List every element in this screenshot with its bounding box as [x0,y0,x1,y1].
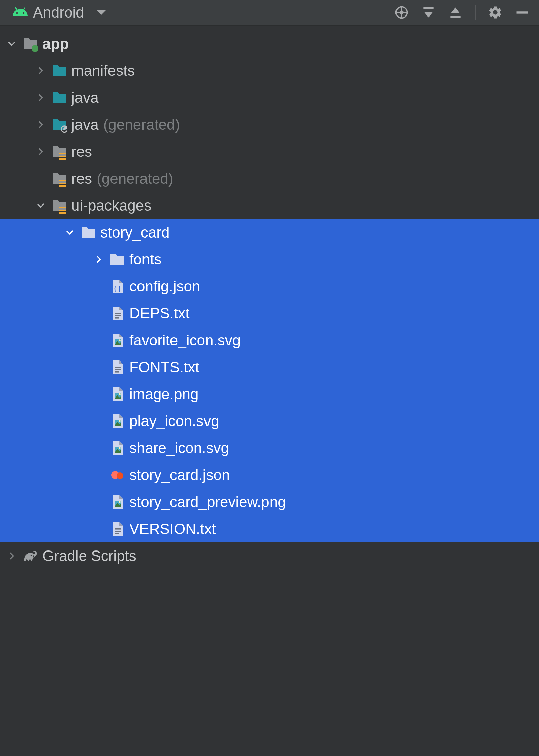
tree-row[interactable]: fonts [0,246,539,273]
chevron-right-icon[interactable] [34,147,48,156]
svg-rect-47 [115,531,121,532]
img-icon [109,494,125,510]
folder-sel-icon [80,224,96,241]
tree-row[interactable]: ui-packages [0,192,539,219]
chevron-down-icon[interactable] [5,39,19,49]
svg-point-9 [32,45,38,52]
project-tree[interactable]: appmanifestsjavajava(generated)resres(ge… [0,26,539,569]
tree-row[interactable]: Gradle Scripts [0,542,539,569]
tree-row[interactable]: res(generated) [0,165,539,192]
tree-item-label: share_icon.svg [129,441,229,455]
svg-point-37 [119,420,121,422]
tree-row[interactable]: res [0,138,539,165]
svg-rect-11 [59,153,66,154]
tree-row[interactable]: favorite_icon.svg [0,327,539,354]
img-icon [109,413,125,429]
svg-rect-24 [115,315,121,316]
folder-gen-icon [51,117,67,133]
svg-rect-8 [517,11,528,13]
tree-item-label: config.json [129,279,200,294]
svg-point-45 [119,501,121,503]
svg-point-28 [119,339,121,341]
svg-rect-4 [423,7,433,9]
android-icon [12,4,28,21]
tree-row[interactable]: app [0,30,539,57]
settings-button[interactable] [488,5,503,20]
tree-row[interactable]: java(generated) [0,111,539,138]
chevron-right-icon[interactable] [5,551,19,561]
tree-row[interactable]: image.png [0,381,539,408]
svg-rect-23 [115,313,121,314]
svg-rect-13 [59,158,66,160]
svg-rect-25 [115,317,119,319]
chevron-right-icon[interactable] [92,255,106,264]
tree-item-label: java [71,90,99,105]
select-opened-file-button[interactable] [394,5,409,20]
folder-sel-icon [109,251,125,267]
tree-row[interactable]: java [0,84,539,111]
tree-item-label: res [71,144,92,159]
tree-item-label: FONTS.txt [129,360,199,375]
svg-text:{}: {} [113,284,122,293]
tree-row[interactable]: story_card_preview.png [0,489,539,515]
view-selector[interactable]: Android [12,4,106,21]
chevron-down-icon[interactable] [63,228,77,237]
tree-item-label: story_card [100,225,169,240]
svg-rect-30 [115,369,121,370]
folder-teal-icon [51,63,67,79]
svg-point-42 [117,472,123,479]
expand-all-button[interactable] [421,5,436,20]
tree-row[interactable]: FONTS.txt [0,354,539,381]
tree-item-label: story_card.json [129,468,230,482]
gradle-icon [22,548,38,564]
txt-icon [109,359,125,375]
tree-item-suffix: (generated) [103,117,180,132]
tree-row[interactable]: manifests [0,57,539,84]
tree-item-label: story_card_preview.png [129,495,286,509]
toolbar-divider [475,5,476,20]
svg-rect-15 [59,180,66,181]
tree-item-label: DEPS.txt [129,306,190,321]
tree-item-suffix: (generated) [97,171,173,186]
img-icon [109,440,125,456]
chevron-right-icon[interactable] [34,66,48,75]
folder-teal-icon [51,90,67,106]
json-icon: {} [109,278,125,294]
tree-row[interactable]: DEPS.txt [0,300,539,327]
tree-row[interactable]: play_icon.svg [0,408,539,435]
tree-item-label: app [42,36,69,51]
svg-rect-46 [115,528,121,530]
tree-item-label: play_icon.svg [129,414,219,429]
svg-rect-29 [115,367,121,368]
collapse-all-button[interactable] [448,5,463,20]
folder-res-icon [51,144,67,160]
figma-icon [109,467,125,483]
tree-row[interactable]: {}config.json [0,273,539,300]
tree-item-label: image.png [129,387,198,402]
tree-row[interactable]: share_icon.svg [0,435,539,462]
svg-point-34 [119,393,121,395]
chevron-right-icon[interactable] [34,120,48,129]
img-icon [109,386,125,402]
img-icon [109,332,125,348]
svg-rect-17 [59,185,66,187]
svg-point-3 [400,11,403,14]
tree-item-label: manifests [71,63,135,78]
folder-res-icon [51,170,67,187]
tree-item-label: VERSION.txt [129,522,216,536]
tree-item-label: ui-packages [71,198,151,213]
tree-item-label: java [71,117,99,132]
svg-marker-6 [451,7,460,13]
tree-item-label: Gradle Scripts [42,548,136,563]
tree-row[interactable]: VERSION.txt [0,515,539,542]
svg-point-40 [119,447,121,449]
chevron-down-icon[interactable] [34,201,48,210]
project-toolbar: Android [0,0,539,26]
svg-rect-12 [59,156,66,157]
hide-button[interactable] [515,5,530,20]
tree-row[interactable]: story_card [0,219,539,246]
folder-res-icon [51,197,67,214]
tree-row[interactable]: story_card.json [0,462,539,489]
svg-rect-19 [59,207,66,208]
chevron-right-icon[interactable] [34,93,48,102]
